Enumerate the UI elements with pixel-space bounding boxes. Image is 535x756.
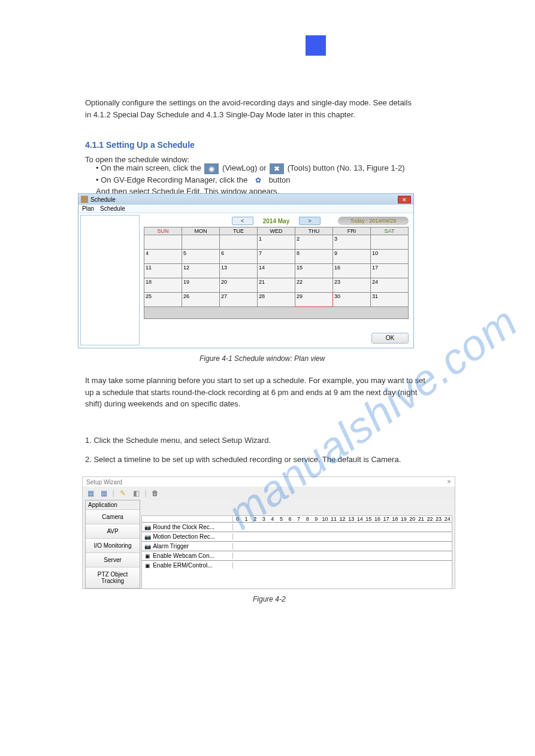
timeline-label-spacer <box>142 516 233 522</box>
prev-month-button[interactable]: < <box>232 217 253 225</box>
figure-1-caption: Figure 4-1 Schedule window: Plan view <box>200 353 325 364</box>
application-panel: Application Camera AVP I/O Monitoring Se… <box>85 500 140 589</box>
setup-wizard-window: Setup Wizard × ▦ ▦ | ✎ ◧ | 🗑 Application… <box>82 476 455 589</box>
camera-icon: 📷 <box>144 533 151 540</box>
application-header: Application <box>86 500 140 510</box>
toolbar-calendar2-icon[interactable]: ▦ <box>98 488 109 499</box>
tab-io-monitoring[interactable]: I/O Monitoring <box>86 539 140 553</box>
app-icon <box>81 196 88 203</box>
table-row[interactable]: 📷Motion Detection Rec... <box>142 532 452 541</box>
page-number-box <box>306 35 326 56</box>
tab-avp[interactable]: AVP <box>86 524 140 539</box>
camera-icon: 📷 <box>144 524 151 530</box>
timeline-hours: 0123456789101112131415161718192021222324 <box>233 516 452 522</box>
cal-header-mon: MON <box>182 227 220 235</box>
toolbar-trash-icon[interactable]: 🗑 <box>150 488 161 499</box>
ok-button[interactable]: OK <box>371 333 409 344</box>
toolbar-divider: | <box>144 488 147 499</box>
toolbar-eraser-icon[interactable]: ◧ <box>131 488 141 499</box>
step-1: 1. Click the Schedule menu, and select S… <box>85 435 457 447</box>
schedule-menu: Plan Schedule <box>78 205 413 213</box>
calendar-month: 2014 May <box>263 218 289 224</box>
cal-header-sun: SUN <box>144 227 182 235</box>
toolbar-calendar-icon[interactable]: ▦ <box>85 488 96 499</box>
table-row[interactable]: ▣Enable Webcam Con... <box>142 551 452 560</box>
schedule-main: < 2014 May > Today : 2014/09/29 SUN MON … <box>141 213 413 347</box>
camera-icon: 📷 <box>144 543 151 549</box>
table-row[interactable]: 📷Alarm Trigger <box>142 541 452 551</box>
schedule-timeline: 0123456789101112131415161718192021222324… <box>141 515 452 589</box>
cal-header-tue: TUE <box>220 227 258 235</box>
body-text: It may take some planning before you sta… <box>85 375 457 410</box>
schedule-window: Schedule ✕ Plan Schedule < 2014 May > To… <box>78 193 414 348</box>
table-row[interactable]: 📷Round the Clock Rec... <box>142 522 452 532</box>
tab-server[interactable]: Server <box>86 553 140 567</box>
cal-header-thu: THU <box>295 227 333 235</box>
cal-header-sat: SAT <box>371 227 409 235</box>
tools-icon: ✖ <box>270 163 284 174</box>
checkbox-icon: ▣ <box>144 552 151 559</box>
wizard-close-button[interactable]: × <box>447 478 451 486</box>
next-month-button[interactable]: > <box>299 217 321 225</box>
instruction-list: • On the main screen, click the ◉ (ViewL… <box>96 162 461 198</box>
today-label[interactable]: Today : 2014/09/29 <box>338 217 409 225</box>
wizard-title: Setup Wizard <box>86 479 122 485</box>
tab-camera[interactable]: Camera <box>86 510 140 524</box>
figure-2-caption: Figure 4-2 <box>253 594 286 605</box>
cal-header-fri: FRI <box>333 227 371 235</box>
wizard-titlebar: Setup Wizard × <box>83 477 455 487</box>
intro-text: Optionally configure the settings on the… <box>85 97 457 120</box>
checkbox-icon: ▣ <box>144 562 151 569</box>
toolbar-pencil-icon[interactable]: ✎ <box>117 488 128 499</box>
section-heading: 4.1.1 Setting Up a Schedule <box>85 139 195 151</box>
table-row[interactable]: ▣Enable ERM/Control... <box>142 560 452 570</box>
wizard-toolbar: ▦ ▦ | ✎ ◧ | 🗑 <box>83 487 455 500</box>
tab-ptz-tracking[interactable]: PTZ Object Tracking <box>86 567 140 588</box>
close-button[interactable]: ✕ <box>398 196 411 204</box>
menu-schedule[interactable]: Schedule <box>100 205 125 212</box>
step-2: 2. Select a timeline to be set up with s… <box>85 454 457 466</box>
calendar-footer <box>144 307 409 319</box>
cal-header-wed: WED <box>258 227 295 235</box>
eye-icon: ◉ <box>204 163 219 174</box>
schedule-sidebar <box>80 215 140 345</box>
gear-icon: ✿ <box>251 175 265 186</box>
calendar-grid: SUN MON TUE WED THU FRI SAT 123 45678910… <box>144 227 409 319</box>
schedule-title: Schedule <box>90 196 116 203</box>
menu-plan[interactable]: Plan <box>82 205 94 212</box>
schedule-titlebar: Schedule ✕ <box>78 194 413 205</box>
toolbar-divider: | <box>111 488 115 499</box>
